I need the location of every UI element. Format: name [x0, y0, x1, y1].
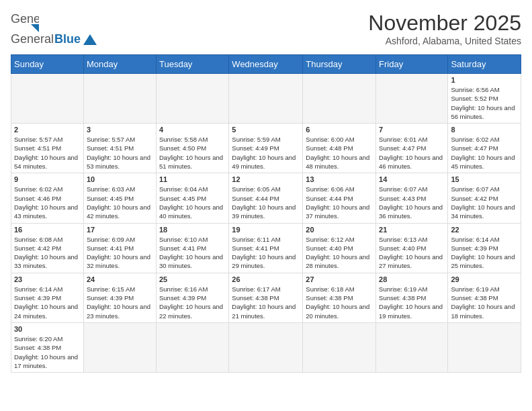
day-info: Sunrise: 6:16 AM Sunset: 4:39 PM Dayligh… [159, 285, 226, 320]
day-number: 2 [14, 126, 81, 134]
header-sunday: Sunday [11, 55, 84, 74]
calendar-cell: 24Sunrise: 6:15 AM Sunset: 4:39 PM Dayli… [83, 273, 156, 322]
day-number: 1 [451, 76, 518, 84]
day-number: 14 [379, 175, 445, 183]
day-info: Sunrise: 6:08 AM Sunset: 4:42 PM Dayligh… [14, 235, 81, 271]
calendar-cell: 2Sunrise: 5:57 AM Sunset: 4:51 PM Daylig… [11, 124, 84, 173]
calendar-cell: 23Sunrise: 6:14 AM Sunset: 4:39 PM Dayli… [11, 273, 84, 322]
day-info: Sunrise: 6:15 AM Sunset: 4:39 PM Dayligh… [87, 285, 153, 320]
calendar-week-row: 9Sunrise: 6:02 AM Sunset: 4:46 PM Daylig… [11, 173, 521, 223]
day-number: 17 [87, 226, 153, 234]
day-info: Sunrise: 6:13 AM Sunset: 4:40 PM Dayligh… [379, 235, 445, 271]
header-friday: Friday [376, 55, 448, 74]
day-info: Sunrise: 6:09 AM Sunset: 4:41 PM Dayligh… [87, 235, 153, 271]
day-info: Sunrise: 6:18 AM Sunset: 4:38 PM Dayligh… [306, 285, 373, 320]
day-number: 12 [232, 175, 300, 183]
day-number: 9 [14, 175, 81, 183]
day-number: 30 [14, 325, 81, 333]
calendar-cell: 3Sunrise: 5:57 AM Sunset: 4:51 PM Daylig… [83, 124, 156, 173]
logo-wrapper: General [11, 11, 39, 35]
day-number: 10 [87, 175, 153, 183]
day-number: 28 [379, 275, 445, 283]
day-info: Sunrise: 5:58 AM Sunset: 4:50 PM Dayligh… [159, 135, 226, 171]
day-info: Sunrise: 6:11 AM Sunset: 4:41 PM Dayligh… [232, 235, 300, 271]
day-info: Sunrise: 5:57 AM Sunset: 4:51 PM Dayligh… [87, 135, 153, 171]
calendar-cell [156, 74, 228, 124]
calendar-cell [303, 74, 376, 124]
logo-general-text: General [11, 32, 54, 46]
header-tuesday: Tuesday [156, 55, 228, 74]
calendar-week-row: 2Sunrise: 5:57 AM Sunset: 4:51 PM Daylig… [11, 124, 521, 173]
calendar-cell [376, 322, 448, 372]
calendar-week-row: 23Sunrise: 6:14 AM Sunset: 4:39 PM Dayli… [11, 273, 521, 322]
page-header: General General Blue November 2025 Ashfo… [11, 11, 521, 46]
calendar-table: SundayMondayTuesdayWednesdayThursdayFrid… [11, 54, 521, 373]
day-info: Sunrise: 6:07 AM Sunset: 4:42 PM Dayligh… [451, 185, 518, 220]
day-info: Sunrise: 5:59 AM Sunset: 4:49 PM Dayligh… [232, 135, 300, 171]
calendar-cell [83, 322, 156, 372]
calendar-cell: 28Sunrise: 6:19 AM Sunset: 4:38 PM Dayli… [376, 273, 448, 322]
day-number: 8 [451, 126, 518, 134]
logo-area: General General Blue [11, 11, 97, 46]
day-number: 24 [87, 275, 153, 283]
calendar-cell: 11Sunrise: 6:04 AM Sunset: 4:45 PM Dayli… [156, 173, 228, 223]
calendar-cell [376, 74, 448, 124]
logo-triangle-icon [83, 34, 97, 45]
location-title: Ashford, Alabama, United States [368, 36, 521, 46]
header-wednesday: Wednesday [229, 55, 303, 74]
calendar-cell: 29Sunrise: 6:19 AM Sunset: 4:38 PM Dayli… [448, 273, 521, 322]
svg-marker-1 [31, 24, 39, 32]
calendar-cell [448, 322, 521, 372]
day-info: Sunrise: 6:12 AM Sunset: 4:40 PM Dayligh… [306, 235, 373, 271]
calendar-cell: 9Sunrise: 6:02 AM Sunset: 4:46 PM Daylig… [11, 173, 84, 223]
day-info: Sunrise: 6:19 AM Sunset: 4:38 PM Dayligh… [379, 285, 445, 320]
calendar-cell [303, 322, 376, 372]
calendar-cell: 22Sunrise: 6:14 AM Sunset: 4:39 PM Dayli… [448, 223, 521, 273]
day-number: 11 [159, 175, 226, 183]
calendar-cell: 4Sunrise: 5:58 AM Sunset: 4:50 PM Daylig… [156, 124, 228, 173]
day-number: 23 [14, 275, 81, 283]
day-info: Sunrise: 6:19 AM Sunset: 4:38 PM Dayligh… [451, 285, 518, 320]
day-number: 21 [379, 226, 445, 234]
day-info: Sunrise: 6:14 AM Sunset: 4:39 PM Dayligh… [451, 235, 518, 271]
day-number: 29 [451, 275, 518, 283]
day-info: Sunrise: 6:56 AM Sunset: 5:52 PM Dayligh… [451, 85, 518, 121]
calendar-cell: 21Sunrise: 6:13 AM Sunset: 4:40 PM Dayli… [376, 223, 448, 273]
day-number: 13 [306, 175, 373, 183]
calendar-cell [11, 74, 84, 124]
calendar-cell: 15Sunrise: 6:07 AM Sunset: 4:42 PM Dayli… [448, 173, 521, 223]
logo-icon: General [11, 11, 39, 35]
calendar-cell: 27Sunrise: 6:18 AM Sunset: 4:38 PM Dayli… [303, 273, 376, 322]
day-number: 25 [159, 275, 226, 283]
day-info: Sunrise: 6:20 AM Sunset: 4:38 PM Dayligh… [14, 334, 81, 370]
day-number: 22 [451, 226, 518, 234]
day-number: 27 [306, 275, 373, 283]
day-number: 16 [14, 226, 81, 234]
calendar-cell: 20Sunrise: 6:12 AM Sunset: 4:40 PM Dayli… [303, 223, 376, 273]
calendar-cell: 8Sunrise: 6:02 AM Sunset: 4:47 PM Daylig… [448, 124, 521, 173]
calendar-cell: 7Sunrise: 6:01 AM Sunset: 4:47 PM Daylig… [376, 124, 448, 173]
calendar-week-row: 30Sunrise: 6:20 AM Sunset: 4:38 PM Dayli… [11, 322, 521, 372]
day-number: 6 [306, 126, 373, 134]
calendar-cell: 13Sunrise: 6:06 AM Sunset: 4:44 PM Dayli… [303, 173, 376, 223]
calendar-week-row: 1Sunrise: 6:56 AM Sunset: 5:52 PM Daylig… [11, 74, 521, 124]
day-number: 4 [159, 126, 226, 134]
calendar-cell [156, 322, 228, 372]
calendar-cell: 6Sunrise: 6:00 AM Sunset: 4:48 PM Daylig… [303, 124, 376, 173]
day-info: Sunrise: 6:06 AM Sunset: 4:44 PM Dayligh… [306, 185, 373, 220]
calendar-cell: 26Sunrise: 6:17 AM Sunset: 4:38 PM Dayli… [229, 273, 303, 322]
calendar-cell [229, 322, 303, 372]
day-info: Sunrise: 6:05 AM Sunset: 4:44 PM Dayligh… [232, 185, 300, 220]
calendar-cell: 19Sunrise: 6:11 AM Sunset: 4:41 PM Dayli… [229, 223, 303, 273]
day-info: Sunrise: 6:04 AM Sunset: 4:45 PM Dayligh… [159, 185, 226, 220]
day-number: 5 [232, 126, 300, 134]
calendar-cell: 16Sunrise: 6:08 AM Sunset: 4:42 PM Dayli… [11, 223, 84, 273]
title-area: November 2025 Ashford, Alabama, United S… [368, 11, 521, 46]
day-info: Sunrise: 6:03 AM Sunset: 4:45 PM Dayligh… [87, 185, 153, 220]
calendar-cell: 10Sunrise: 6:03 AM Sunset: 4:45 PM Dayli… [83, 173, 156, 223]
calendar-week-row: 16Sunrise: 6:08 AM Sunset: 4:42 PM Dayli… [11, 223, 521, 273]
calendar-cell: 5Sunrise: 5:59 AM Sunset: 4:49 PM Daylig… [229, 124, 303, 173]
header-monday: Monday [83, 55, 156, 74]
svg-text:General: General [11, 12, 39, 26]
day-info: Sunrise: 6:02 AM Sunset: 4:47 PM Dayligh… [451, 135, 518, 171]
